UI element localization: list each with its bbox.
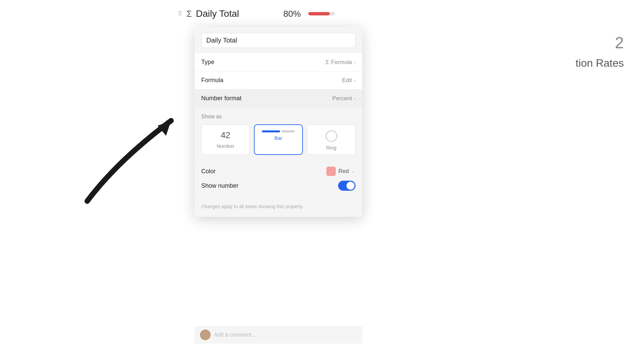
footer-text: Changes apply to all views showing this …	[201, 204, 304, 209]
property-name-input[interactable]	[201, 33, 356, 48]
formula-chevron-icon: ›	[354, 78, 356, 83]
formula-value: Edit ›	[342, 77, 356, 84]
type-row[interactable]: Type Σ Formula ›	[195, 53, 362, 71]
color-row: Color Red ⌄	[201, 167, 356, 176]
color-name: Red	[338, 168, 349, 175]
color-picker[interactable]: Red ⌄	[326, 167, 356, 176]
bg-number: 2	[615, 34, 624, 52]
name-section	[195, 27, 362, 53]
type-value: Σ Formula ›	[325, 59, 356, 66]
toggle-knob	[346, 182, 355, 190]
bar-empty	[281, 130, 295, 132]
number-display: 42	[221, 130, 230, 140]
drag-handle-icon: ⠿	[178, 10, 182, 17]
popup-footer: Changes apply to all views showing this …	[195, 197, 362, 217]
bar-visual	[262, 130, 295, 132]
color-swatch	[326, 167, 336, 176]
type-value-text: Formula	[331, 59, 352, 66]
color-dropdown-icon: ⌄	[352, 169, 356, 174]
number-format-value-text: Percent	[332, 95, 352, 102]
show-as-bar-option[interactable]: Bar	[254, 124, 303, 155]
add-comment-bar: Add a comment...	[195, 326, 362, 344]
show-as-number-option[interactable]: 42 Number	[201, 124, 250, 155]
show-as-ring-option[interactable]: Ring	[307, 124, 356, 155]
type-label: Type	[201, 59, 214, 66]
column-title: Daily Total	[196, 8, 239, 19]
bar-option-label: Bar	[274, 135, 282, 141]
progress-bar	[308, 12, 335, 15]
formula-value-text: Edit	[342, 77, 352, 84]
show-as-label: Show as	[201, 114, 356, 120]
show-number-toggle[interactable]	[338, 181, 356, 191]
show-as-section: Show as 42 Number Bar Ring	[195, 108, 362, 162]
bar-filled	[262, 130, 280, 132]
property-popup: Type Σ Formula › Formula Edit › Number f…	[195, 27, 362, 217]
type-sigma-icon: Σ	[325, 59, 329, 66]
type-chevron-icon: ›	[354, 60, 356, 65]
number-format-value: Percent ›	[332, 95, 356, 102]
ring-visual	[325, 130, 337, 142]
show-number-label: Show number	[201, 182, 238, 189]
show-number-row: Show number	[201, 181, 356, 191]
progress-bar-fill	[308, 12, 330, 15]
properties-list: Type Σ Formula › Formula Edit › Number f…	[195, 53, 362, 108]
number-format-label: Number format	[201, 95, 241, 102]
ring-option-label: Ring	[326, 145, 336, 150]
arrow-annotation	[67, 94, 195, 211]
show-as-options: 42 Number Bar Ring	[201, 124, 356, 155]
formula-row[interactable]: Formula Edit ›	[195, 71, 362, 89]
bg-text-rates: tion Rates	[576, 57, 624, 69]
formula-label: Formula	[201, 77, 223, 84]
add-comment-placeholder[interactable]: Add a comment...	[214, 332, 256, 338]
number-format-chevron-icon: ›	[354, 96, 356, 101]
number-option-label: Number	[217, 143, 234, 149]
percent-value: 80%	[283, 9, 301, 19]
color-section: Color Red ⌄ Show number	[195, 162, 362, 197]
number-format-row[interactable]: Number format Percent ›	[195, 89, 362, 108]
header-row: ⠿ Σ Daily Total 80%	[178, 8, 335, 19]
sigma-icon: Σ	[186, 9, 192, 19]
color-label: Color	[201, 168, 216, 175]
user-avatar	[200, 329, 211, 340]
